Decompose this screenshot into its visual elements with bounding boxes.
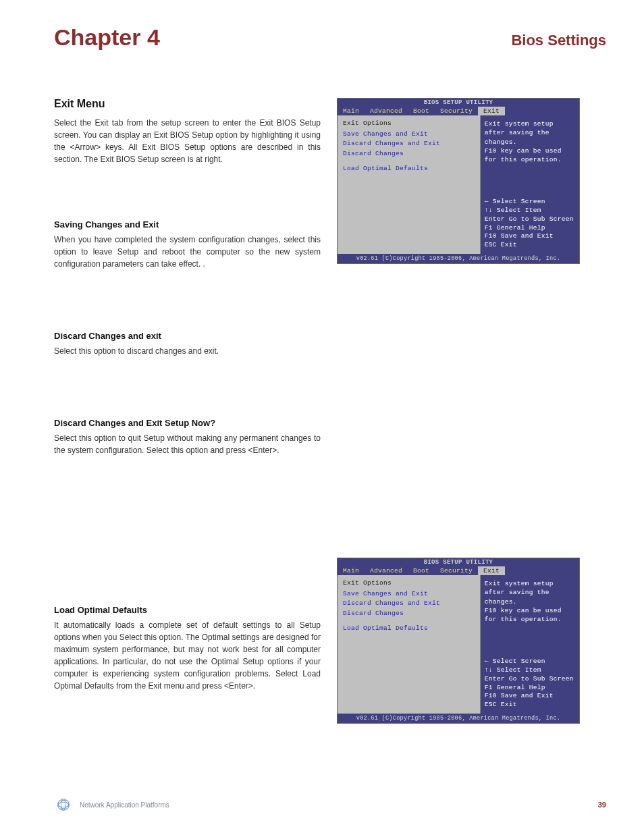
save-exit-heading: Saving Changes and Exit — [54, 219, 321, 230]
bios-tab-advanced: Advanced — [365, 107, 408, 115]
bios-tabs: Main Advanced Boot Security Exit — [338, 566, 579, 575]
exit-menu-body: Select the Exit tab from the setup scree… — [54, 117, 321, 165]
discard-now-body: Select this option to quit Setup without… — [54, 432, 321, 456]
bios-opt: Discard Changes — [343, 609, 475, 618]
page-heading: Bios Settings — [511, 32, 606, 49]
bios-right-pane: Exit system setup after saving the chang… — [481, 575, 579, 714]
load-optimal-body: It automatically loads a complete set of… — [54, 619, 321, 692]
bios-opt: Save Changes and Exit — [343, 130, 475, 139]
bios-tab-boot: Boot — [408, 566, 435, 575]
load-optimal-heading: Load Optimal Defaults — [54, 605, 321, 615]
bios-left-pane: Exit Options Save Changes and Exit Disca… — [338, 575, 481, 714]
page-number: 39 — [598, 801, 606, 809]
discard-exit-heading: Discard Changes and exit — [54, 331, 321, 341]
bios-help-bot: ← Select Screen ↑↓ Select Item Enter Go … — [485, 658, 575, 710]
footer-text: Network Application Platforms — [80, 801, 169, 809]
bios-footer: v02.61 (C)Copyright 1985-2006, American … — [338, 254, 579, 263]
bios-opt: Discard Changes and Exit — [343, 139, 475, 149]
bios-opt: Save Changes and Exit — [343, 589, 475, 599]
bios-opt-header: Exit Options — [343, 579, 475, 587]
bios-opt: Discard Changes and Exit — [343, 599, 475, 608]
logo-icon — [54, 795, 73, 814]
bios-screenshot-top: BIOS SETUP UTILITY Main Advanced Boot Se… — [337, 98, 580, 264]
chapter-title: Chapter 4 — [54, 24, 160, 51]
discard-now-heading: Discard Changes and Exit Setup Now? — [54, 418, 321, 428]
bios-tab-exit: Exit — [478, 107, 505, 115]
exit-menu-heading: Exit Menu — [54, 98, 321, 110]
bios-tab-main: Main — [338, 566, 365, 575]
bios-tab-security: Security — [435, 566, 478, 575]
svg-point-4 — [57, 799, 70, 811]
bios-tabs: Main Advanced Boot Security Exit — [338, 107, 579, 115]
bios-tab-advanced: Advanced — [365, 566, 408, 575]
bios-tab-boot: Boot — [408, 107, 435, 115]
bios-help-bot: ← Select Screen ↑↓ Select Item Enter Go … — [485, 198, 575, 250]
bios-opt: Load Optimal Defaults — [343, 164, 475, 173]
bios-screenshot-bottom: BIOS SETUP UTILITY Main Advanced Boot Se… — [337, 558, 580, 724]
page-footer: Network Application Platforms 39 — [54, 795, 606, 814]
right-column: BIOS SETUP UTILITY Main Advanced Boot Se… — [337, 98, 606, 751]
bios-title: BIOS SETUP UTILITY — [338, 558, 579, 566]
bios-help-top: Exit system setup after saving the chang… — [485, 579, 575, 624]
bios-opt: Load Optimal Defaults — [343, 624, 475, 633]
bios-footer: v02.61 (C)Copyright 1985-2006, American … — [338, 714, 579, 723]
bios-opt: Discard Changes — [343, 149, 475, 159]
save-exit-body: When you have completed the system confi… — [54, 234, 321, 270]
left-column: Exit Menu Select the Exit tab from the s… — [54, 98, 321, 751]
bios-help-top: Exit system setup after saving the chang… — [485, 119, 575, 164]
bios-tab-main: Main — [338, 107, 365, 115]
bios-opt-header: Exit Options — [343, 119, 475, 127]
discard-exit-body: Select this option to discard changes an… — [54, 345, 321, 357]
bios-title: BIOS SETUP UTILITY — [338, 99, 579, 107]
bios-tab-security: Security — [435, 107, 478, 115]
bios-tab-exit: Exit — [478, 566, 505, 575]
bios-left-pane: Exit Options Save Changes and Exit Disca… — [338, 115, 481, 254]
bios-right-pane: Exit system setup after saving the chang… — [481, 115, 579, 254]
